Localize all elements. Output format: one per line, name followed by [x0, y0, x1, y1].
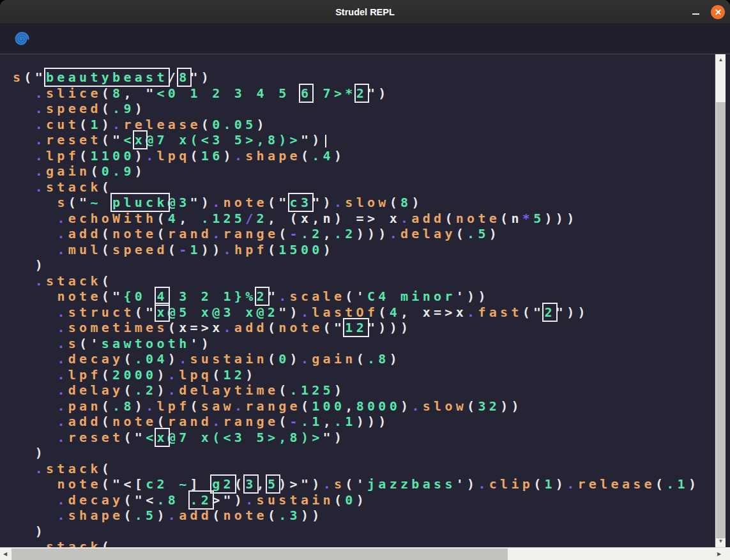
token: sawtooth: [102, 336, 190, 351]
token: (: [79, 117, 90, 132]
window-right-edge: [726, 54, 730, 547]
token: .: [35, 539, 46, 547]
token: .: [57, 382, 68, 398]
vertical-scrollbar[interactable]: ▲ ▼: [715, 54, 726, 547]
token: @7 x(<3 5>,8)>: [146, 132, 301, 148]
token: lpq: [156, 148, 190, 163]
token: shape: [245, 148, 301, 163]
token: C4 minor: [367, 289, 456, 304]
token: rand: [168, 414, 212, 429]
token: 5: [533, 211, 544, 226]
token: (": [123, 492, 146, 508]
scroll-right-arrow-icon[interactable]: ▶: [714, 548, 724, 560]
token: (": [323, 320, 346, 335]
strudel-logo-icon[interactable]: [11, 29, 31, 49]
token: 12: [224, 367, 246, 382]
active-token: 2: [257, 289, 268, 304]
token: gain: [46, 163, 90, 179]
token: (: [212, 508, 223, 523]
token: delay: [400, 226, 456, 241]
token: .8: [156, 492, 190, 508]
token: (: [533, 476, 544, 492]
token: (": [135, 305, 157, 320]
vertical-scrollbar-thumb[interactable]: [716, 102, 726, 538]
token: delaytime: [179, 382, 278, 398]
token: 1100: [90, 148, 134, 163]
token: rand: [168, 226, 212, 241]
token: clip: [489, 476, 533, 492]
code-line: note("{0 4 3 2 1}%2".scale('C4 minor')): [13, 289, 715, 305]
code-line: .sometimes(x=>x.add(note("12"))): [13, 320, 715, 336]
token: ,: [257, 476, 268, 492]
token: .: [301, 305, 312, 320]
token: "): [323, 430, 346, 445]
token: *: [522, 211, 533, 226]
token: .: [212, 414, 223, 429]
code-line: .speed(.9): [13, 101, 715, 117]
token: (": [68, 195, 91, 210]
code-line: .lpf(2000).lpq(12): [13, 367, 715, 383]
active-token: beautybeast: [46, 70, 168, 85]
token: speed: [46, 101, 102, 116]
token: .: [168, 508, 179, 523]
token: .: [57, 492, 68, 508]
code-line: .lpf(1100).lpq(16).shape(.4): [13, 148, 715, 164]
token: add: [411, 211, 445, 226]
active-token: x: [156, 430, 167, 445]
horizontal-scrollbar[interactable]: ◀ ▶: [0, 547, 726, 560]
titlebar[interactable]: Strudel REPL: [0, 0, 730, 24]
minimize-button[interactable]: [689, 5, 703, 19]
token: .: [567, 476, 577, 492]
token: .: [212, 226, 223, 241]
token: ): [489, 226, 500, 241]
token: (: [123, 508, 134, 523]
horizontal-scrollbar-thumb[interactable]: [11, 549, 508, 560]
token: ,: [323, 226, 334, 241]
token: add: [68, 226, 102, 241]
token: .: [57, 398, 68, 414]
token: cut: [46, 117, 79, 132]
token: .: [467, 305, 478, 320]
code-line: .slice(8, "<0 1 2 3 4 5 6 7>*2"): [13, 86, 715, 102]
active-token: g2: [212, 476, 234, 492]
token: (: [156, 226, 167, 241]
token: (x,n) => x: [290, 211, 400, 226]
token: .: [323, 476, 334, 492]
token: ): [135, 398, 146, 414]
token: 1: [544, 476, 555, 492]
token: .9: [112, 101, 135, 116]
token: s: [57, 195, 68, 210]
scroll-left-arrow-icon[interactable]: ◀: [0, 548, 10, 560]
token: .: [224, 242, 234, 257]
token: ))): [356, 414, 390, 429]
token: (: [190, 398, 201, 414]
code-line: s("beautybeast/8"): [13, 70, 715, 86]
code-line: .add(note(rand.range(-.1,.1))): [13, 414, 715, 430]
token: (: [102, 398, 112, 414]
token: .: [35, 132, 46, 148]
token: (: [123, 382, 134, 398]
active-token: c3: [290, 195, 312, 210]
token: .1: [666, 476, 688, 492]
active-token: 2: [544, 305, 555, 320]
token: (": [123, 430, 146, 445]
token: slow: [423, 398, 467, 414]
scroll-up-arrow-icon[interactable]: ▲: [715, 56, 726, 64]
active-token: 5: [268, 476, 278, 492]
token: .5: [135, 508, 157, 523]
token: (: [278, 382, 289, 398]
token: "): [301, 476, 323, 492]
token: .: [57, 508, 68, 523]
code-editor[interactable]: s("beautybeast/8") .slice(8, "<0 1 2 3 4…: [0, 54, 715, 547]
code-line: .cut(1).release(0.05): [13, 117, 715, 133]
token: .: [146, 398, 156, 414]
token: .8: [112, 398, 135, 414]
token: 2: [257, 211, 268, 226]
token: sustain: [190, 351, 268, 367]
code-line: ): [13, 524, 715, 540]
token: release: [123, 117, 201, 132]
token: (: [102, 101, 112, 116]
scroll-down-arrow-icon[interactable]: ▼: [715, 537, 726, 546]
close-button[interactable]: [711, 5, 725, 19]
token: .1: [301, 414, 323, 429]
